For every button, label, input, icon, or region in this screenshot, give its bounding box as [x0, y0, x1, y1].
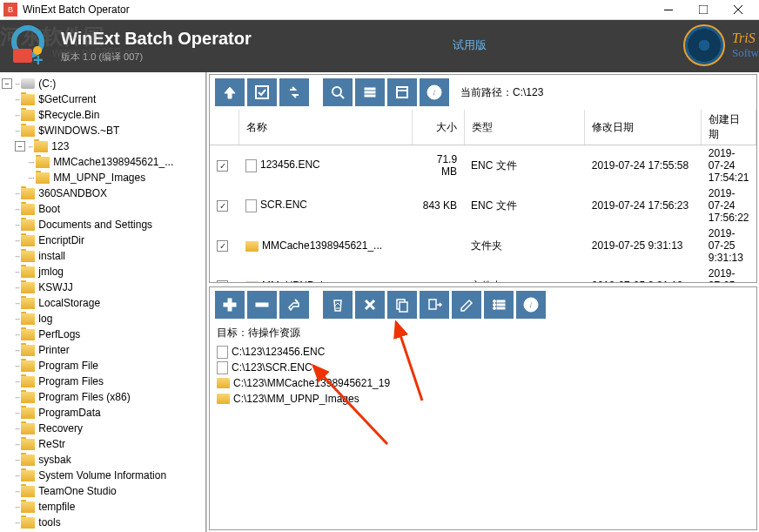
target-item[interactable]: C:\123\123456.ENC [217, 344, 749, 360]
file-created: 2019-07-24 17:54:21 [702, 145, 756, 186]
file-size: 71.9 MB [412, 145, 464, 186]
table-row[interactable]: MM_UPNP_Images文件夹2019-07-25 9:31:102019-… [210, 266, 756, 283]
tree-item[interactable]: ···Program File [2, 358, 204, 374]
files-table[interactable]: 名称 大小 类型 修改日期 创建日期 123456.ENC71.9 MBENC … [210, 110, 756, 283]
move-button[interactable] [420, 291, 449, 319]
invert-button[interactable] [279, 78, 309, 106]
svg-rect-19 [224, 303, 236, 306]
minimize-button[interactable] [651, 1, 686, 18]
tree-item-label: PerfLogs [38, 328, 80, 340]
app-version: 版本 1.0 (编译 007) [61, 51, 252, 64]
files-panel: i 当前路径：C:\123 名称 大小 类型 修改日期 创建日期 123456.… [209, 74, 757, 283]
checkbox[interactable] [217, 280, 228, 283]
tree-item[interactable]: ····MMCache1398945621_... [2, 154, 204, 170]
tree-item[interactable]: ···Program Files (x86) [2, 389, 204, 405]
tree-item[interactable]: ···log [2, 311, 204, 327]
tree-root[interactable]: − ··· (C:) [2, 76, 204, 91]
tree-item[interactable]: ···System Volume Information [2, 468, 204, 483]
tree-item-label: Program Files [38, 375, 104, 387]
tree-item[interactable]: ···jmlog [2, 264, 204, 279]
tree-item[interactable]: ···Program Files [2, 374, 204, 389]
trial-link[interactable]: 试用版 [453, 37, 487, 53]
target-list[interactable]: C:\123\123456.ENCC:\123\SCR.ENCC:\123\MM… [210, 344, 756, 407]
collapse-icon[interactable]: − [15, 141, 25, 152]
table-row[interactable]: MMCache1398945621_...文件夹2019-07-25 9:31:… [210, 226, 756, 266]
info-button[interactable]: i [420, 78, 449, 106]
file-modified: 2019-07-25 9:31:10 [585, 266, 702, 283]
col-size[interactable]: 大小 [412, 110, 464, 145]
tree-item[interactable]: ···tools [2, 515, 204, 530]
delete-button[interactable] [355, 291, 385, 319]
target-item[interactable]: C:\123\MMCache1398945621_19 [217, 375, 749, 391]
tree-item[interactable]: ···Boot [2, 201, 204, 217]
filter-button[interactable] [355, 78, 385, 106]
recycle-button[interactable] [323, 291, 353, 319]
tree-item[interactable]: ····MM_UPNP_Images [2, 170, 204, 185]
file-type: ENC 文件 [464, 145, 585, 186]
tree-item-label: System Volume Information [38, 469, 166, 481]
info-button-2[interactable]: i [516, 291, 546, 319]
select-all-button[interactable] [247, 78, 277, 106]
target-item[interactable]: C:\123\MM_UPNP_Images [217, 391, 749, 407]
folder-tree[interactable]: − ··· (C:) ···$GetCurrent···$Recycle.Bin… [0, 72, 206, 532]
tree-item[interactable]: ···$WINDOWS.~BT [2, 123, 204, 138]
list-button[interactable] [484, 291, 514, 319]
clear-button[interactable] [279, 291, 309, 319]
tree-item[interactable]: ···$Recycle.Bin [2, 107, 204, 123]
tree-item[interactable]: ···EncriptDir [2, 232, 204, 248]
folder-icon [21, 329, 35, 340]
search-button[interactable] [323, 78, 353, 106]
file-icon [245, 199, 257, 212]
target-item[interactable]: C:\123\SCR.ENC [217, 360, 749, 375]
tree-item[interactable]: ···sysbak [2, 452, 204, 468]
folder-icon [21, 188, 35, 199]
brand-name-1: TriS [732, 30, 759, 46]
file-type: 文件夹 [464, 266, 585, 283]
col-name[interactable]: 名称 [238, 110, 412, 145]
col-type[interactable]: 类型 [464, 110, 585, 145]
close-button[interactable] [721, 1, 756, 18]
tree-item[interactable]: ···PerfLogs [2, 327, 204, 342]
add-button[interactable] [215, 291, 245, 319]
rename-button[interactable] [452, 291, 481, 319]
collapse-icon[interactable]: − [2, 78, 12, 89]
col-modified[interactable]: 修改日期 [585, 110, 702, 145]
tree-item[interactable]: ···360SANDBOX [2, 185, 204, 201]
tree-item[interactable]: ···$GetCurrent [2, 91, 204, 107]
tree-item[interactable]: −···123 [2, 138, 204, 154]
tree-item[interactable]: ···install [2, 248, 204, 264]
folder-icon [21, 219, 35, 231]
maximize-button[interactable] [686, 1, 721, 18]
tree-item[interactable]: ···Documents and Settings [2, 217, 204, 232]
table-row[interactable]: SCR.ENC843 KBENC 文件2019-07-24 17:56:2320… [210, 185, 756, 226]
checkbox[interactable] [217, 240, 228, 252]
tree-item[interactable]: ···ReStr [2, 436, 204, 452]
file-type: ENC 文件 [464, 185, 585, 226]
folder-icon [36, 157, 50, 168]
tree-item[interactable]: ···tempfile [2, 499, 204, 515]
tree-item[interactable]: ···TeamOne Studio [2, 483, 204, 499]
target-path: C:\123\SCR.ENC [232, 361, 312, 374]
folder-icon [21, 313, 35, 325]
svg-rect-14 [397, 87, 407, 98]
tree-item[interactable]: ···Printer [2, 342, 204, 358]
tree-item[interactable]: ···LocalStorage [2, 295, 204, 311]
window-button[interactable] [387, 78, 417, 106]
title-bar: B WinExt Batch Operator [0, 0, 759, 20]
folder-icon [21, 392, 35, 403]
up-button[interactable] [215, 78, 245, 106]
checkbox[interactable] [217, 200, 228, 212]
table-row[interactable]: 123456.ENC71.9 MBENC 文件2019-07-24 17:55:… [210, 145, 756, 186]
svg-rect-31 [497, 307, 505, 309]
tree-item[interactable]: ···ProgramData [2, 405, 204, 421]
remove-button[interactable] [247, 291, 277, 319]
copy-button[interactable] [387, 291, 417, 319]
tree-item-label: tempfile [38, 501, 75, 513]
tree-item-label: tools [38, 516, 60, 529]
tree-item[interactable]: ···KSWJJ [2, 279, 204, 295]
tree-item[interactable]: ···Recovery [2, 421, 204, 436]
svg-line-10 [340, 95, 344, 98]
folder-icon [36, 172, 50, 184]
checkbox[interactable] [217, 160, 228, 172]
col-created[interactable]: 创建日期 [702, 110, 756, 145]
